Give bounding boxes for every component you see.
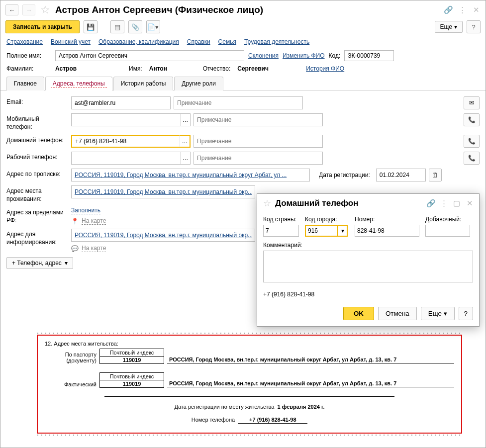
link-family[interactable]: Семья bbox=[218, 38, 236, 45]
phone-icon: 📞 bbox=[468, 138, 476, 145]
fullname-label: Полное имя: bbox=[6, 52, 51, 59]
doc-actual-address: РОССИЯ, Город Москва, вн.тер.г. муниципа… bbox=[167, 380, 454, 387]
map-pin-icon: 📍 bbox=[71, 218, 79, 225]
main-window: ← → ☆ Астров Антон Сергеевич (Физическое… bbox=[0, 0, 486, 448]
home-phone-input[interactable] bbox=[72, 136, 180, 147]
envelope-icon: ✉ bbox=[469, 99, 474, 106]
dialog-maximize-icon[interactable]: ▢ bbox=[452, 199, 461, 208]
reg-date-calendar[interactable]: 🗓 bbox=[429, 169, 442, 181]
work-phone-picker[interactable]: … bbox=[180, 152, 190, 164]
save-button[interactable]: 💾 bbox=[84, 20, 97, 33]
dialog-help-button[interactable]: ? bbox=[459, 307, 473, 320]
code-input[interactable] bbox=[344, 50, 394, 61]
tab-roles[interactable]: Другие роли bbox=[174, 77, 223, 90]
link-military[interactable]: Воинский учет bbox=[51, 38, 91, 45]
mobile-label: Мобильный телефон: bbox=[6, 113, 66, 131]
nav-back-button[interactable]: ← bbox=[5, 4, 18, 15]
cancel-button[interactable]: Отмена bbox=[378, 307, 417, 320]
kebab-menu-icon[interactable]: ⋮ bbox=[458, 5, 467, 14]
phone-icon: 📞 bbox=[468, 155, 476, 162]
reg-address-input[interactable] bbox=[72, 169, 309, 181]
work-phone-row: Рабочий телефон: … 📞 bbox=[6, 150, 480, 167]
attach-button[interactable]: 📎 bbox=[128, 20, 142, 33]
dialog-kebab-icon[interactable]: ⋮ bbox=[439, 199, 448, 208]
home-phone-dialog: ☆ Домашний телефон 🔗 ⋮ ▢ ✕ Код страны: К… bbox=[257, 193, 480, 327]
link-refs[interactable]: Справки bbox=[187, 38, 210, 45]
mobile-call-button[interactable]: 📞 bbox=[464, 113, 480, 126]
work-phone-input[interactable] bbox=[72, 152, 180, 164]
work-phone-label: Рабочий телефон: bbox=[6, 152, 66, 162]
create-button[interactable]: 📄▾ bbox=[146, 20, 160, 33]
name-parts-row: Фамилия: Астров Имя: Антон Отчество: Сер… bbox=[0, 63, 486, 74]
city-code-label: Код города: bbox=[305, 216, 349, 223]
dialog-link-icon[interactable]: 🔗 bbox=[426, 199, 435, 208]
home-phone-label: Домашний телефон: bbox=[6, 135, 66, 145]
tab-addresses[interactable]: Адреса, телефоны bbox=[45, 77, 112, 90]
on-map-link-1[interactable]: На карте bbox=[82, 217, 106, 225]
change-fio-link[interactable]: Изменить ФИО bbox=[283, 52, 325, 59]
city-code-input[interactable] bbox=[305, 225, 338, 237]
fio-history-link[interactable]: История ФИО bbox=[306, 65, 344, 72]
save-close-button[interactable]: Записать и закрыть bbox=[5, 20, 80, 33]
close-icon[interactable]: ✕ bbox=[472, 5, 481, 14]
live-address-input[interactable] bbox=[72, 186, 255, 198]
favorite-star-icon[interactable]: ☆ bbox=[40, 3, 50, 16]
section-links: Страхование Воинский учет Образование, к… bbox=[0, 37, 486, 48]
comment-textarea[interactable] bbox=[263, 251, 473, 282]
title-bar: ← → ☆ Астров Антон Сергеевич (Физическое… bbox=[0, 0, 486, 18]
link-insurance[interactable]: Страхование bbox=[6, 38, 43, 45]
city-code-dropdown[interactable]: ▾ bbox=[338, 225, 348, 237]
mobile-row: Мобильный телефон: … 📞 bbox=[6, 111, 480, 133]
fullname-input[interactable] bbox=[55, 50, 244, 61]
comment-label: Комментарий: bbox=[263, 242, 473, 249]
chat-icon: 💬 bbox=[71, 245, 79, 252]
dialog-close-icon[interactable]: ✕ bbox=[465, 199, 474, 208]
nav-forward-button[interactable]: → bbox=[22, 4, 35, 15]
work-note-input[interactable] bbox=[194, 152, 322, 164]
ext-input[interactable] bbox=[425, 225, 470, 237]
surname-label: Фамилия: bbox=[6, 65, 51, 72]
home-phone-picker[interactable]: … bbox=[180, 135, 190, 147]
doc-passport-label: По паспорту (документу) bbox=[45, 352, 99, 363]
work-call-button[interactable]: 📞 bbox=[464, 152, 480, 165]
tab-history[interactable]: История работы bbox=[113, 77, 174, 90]
email-action-button[interactable]: ✉ bbox=[464, 96, 480, 109]
mobile-picker[interactable]: … bbox=[180, 114, 190, 126]
mobile-input[interactable] bbox=[72, 114, 180, 126]
number-label: Номер: bbox=[355, 216, 419, 223]
doc-index-box-1: Почтовый индекс 119019 bbox=[99, 349, 164, 364]
reg-date-input[interactable] bbox=[377, 169, 425, 181]
link-icon[interactable]: 🔗 bbox=[444, 5, 453, 14]
email-row: Email: ✉ bbox=[6, 94, 480, 111]
home-call-button[interactable]: 📞 bbox=[464, 135, 480, 148]
reg-date-label: Дата регистрации: bbox=[319, 172, 370, 179]
mobile-note-input[interactable] bbox=[194, 114, 322, 126]
reg-address-label: Адрес по прописке: bbox=[6, 169, 66, 179]
doc-button[interactable]: ▤ bbox=[110, 20, 124, 33]
on-map-link-2[interactable]: На карте bbox=[82, 245, 106, 252]
tab-main[interactable]: Главное bbox=[6, 77, 44, 90]
country-code-input[interactable] bbox=[263, 225, 299, 237]
email-input[interactable] bbox=[72, 97, 170, 109]
surname-value: Астров bbox=[55, 65, 125, 72]
fill-link[interactable]: Заполнить bbox=[71, 207, 100, 214]
email-note-input[interactable] bbox=[174, 97, 302, 109]
number-input[interactable] bbox=[355, 225, 419, 237]
link-education[interactable]: Образование, квалификация bbox=[98, 38, 179, 45]
link-work[interactable]: Трудовая деятельность bbox=[244, 38, 309, 45]
add-phone-address-button[interactable]: + Телефон, адрес▾ bbox=[6, 257, 73, 269]
reg-address-row: Адрес по прописке: Дата регистрации: 🗓 bbox=[6, 167, 480, 183]
dialog-more-button[interactable]: Еще ▾ bbox=[421, 307, 455, 320]
doc-section-title: 12. Адрес места жительства: bbox=[45, 341, 454, 347]
phone-icon: 📞 bbox=[468, 116, 476, 123]
doc-phone-line: Номер телефона +7 (916) 828-41-98 bbox=[45, 417, 454, 424]
ok-button[interactable]: OK bbox=[343, 307, 374, 320]
inform-address-input[interactable] bbox=[72, 229, 255, 241]
dialog-star-icon[interactable]: ☆ bbox=[263, 198, 271, 209]
help-button[interactable]: ? bbox=[467, 20, 481, 33]
home-note-input[interactable] bbox=[194, 135, 322, 147]
toolbar: Записать и закрыть 💾 ▤ 📎 📄▾ Еще▾ ? bbox=[0, 18, 486, 37]
window-title: Астров Антон Сергеевич (Физическое лицо) bbox=[55, 4, 440, 15]
more-button[interactable]: Еще▾ bbox=[435, 21, 463, 33]
declensions-link[interactable]: Склонения bbox=[248, 52, 279, 59]
